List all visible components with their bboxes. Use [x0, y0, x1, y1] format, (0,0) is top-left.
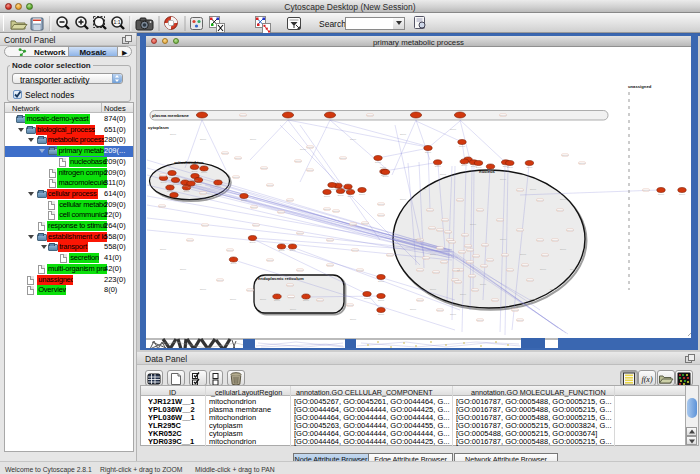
- svg-text:Gxxxx: Gxxxx: [469, 275, 476, 277]
- svg-text:Gxxxx: Gxxxx: [417, 269, 424, 271]
- svg-text:Gxxxx: Gxxxx: [352, 249, 359, 251]
- svg-text:Gxxxx: Gxxxx: [159, 205, 166, 207]
- svg-text:Gxxxx: Gxxxx: [512, 309, 519, 311]
- svg-text:Gxxxx: Gxxxx: [378, 299, 385, 301]
- svg-text:Gxxxx: Gxxxx: [500, 238, 507, 240]
- svg-text:Gxxxx: Gxxxx: [658, 193, 665, 195]
- svg-text:Gxxxx: Gxxxx: [425, 151, 432, 153]
- svg-text:Gxxxx: Gxxxx: [350, 223, 357, 225]
- svg-text:Gxxxx: Gxxxx: [450, 128, 457, 130]
- svg-text:Gxxxx: Gxxxx: [320, 313, 327, 315]
- svg-text:Gxxxx: Gxxxx: [527, 279, 534, 281]
- svg-text:Gxxxx: Gxxxx: [222, 152, 229, 154]
- svg-text:Gxxxx: Gxxxx: [530, 188, 537, 190]
- svg-text:Gxxxx: Gxxxx: [171, 198, 178, 200]
- svg-text:Gxxxx: Gxxxx: [473, 255, 480, 257]
- svg-text:endoplasmic reticulum: endoplasmic reticulum: [258, 276, 304, 281]
- svg-text:Gxxxx: Gxxxx: [453, 269, 460, 271]
- svg-text:Gxxxx: Gxxxx: [327, 264, 334, 266]
- svg-text:Gxxxx: Gxxxx: [347, 304, 354, 306]
- svg-text:Gxxxx: Gxxxx: [502, 254, 509, 256]
- svg-text:Gxxxx: Gxxxx: [465, 245, 472, 247]
- svg-text:Gxxxx: Gxxxx: [500, 114, 507, 116]
- svg-text:Gxxxx: Gxxxx: [567, 229, 574, 231]
- svg-text:Gxxxx: Gxxxx: [230, 298, 237, 300]
- svg-text:Gxxxx: Gxxxx: [442, 219, 449, 221]
- svg-text:Gxxxx: Gxxxx: [437, 229, 444, 231]
- svg-text:Gxxxx: Gxxxx: [350, 318, 357, 320]
- svg-text:Gxxxx: Gxxxx: [359, 193, 366, 195]
- svg-text:cytoplasm: cytoplasm: [148, 125, 169, 130]
- svg-text:Gxxxx: Gxxxx: [188, 186, 195, 188]
- svg-text:Gxxxx: Gxxxx: [202, 224, 209, 226]
- svg-text:Gxxxx: Gxxxx: [241, 199, 248, 201]
- svg-text:Gxxxx: Gxxxx: [251, 206, 258, 208]
- svg-text:Gxxxx: Gxxxx: [300, 148, 307, 150]
- svg-text:Gxxxx: Gxxxx: [550, 288, 557, 290]
- svg-text:Gxxxx: Gxxxx: [537, 239, 544, 241]
- svg-text:Gxxxx: Gxxxx: [217, 279, 224, 281]
- svg-text:Gxxxx: Gxxxx: [460, 293, 467, 295]
- svg-text:Gxxxx: Gxxxx: [215, 185, 222, 187]
- svg-text:Gxxxx: Gxxxx: [233, 176, 240, 178]
- svg-text:Gxxxx: Gxxxx: [287, 199, 294, 201]
- svg-text:plasma membrane: plasma membrane: [152, 113, 189, 118]
- svg-text:unassigned: unassigned: [628, 84, 652, 89]
- svg-text:Gxxxx: Gxxxx: [430, 253, 437, 255]
- svg-text:Gxxxx: Gxxxx: [445, 231, 452, 233]
- svg-text:Gxxxx: Gxxxx: [427, 209, 434, 211]
- svg-text:Gxxxx: Gxxxx: [459, 145, 466, 147]
- svg-text:Gxxxx: Gxxxx: [324, 195, 331, 197]
- svg-text:Gxxxx: Gxxxx: [560, 198, 567, 200]
- svg-text:Gxxxx: Gxxxx: [378, 313, 385, 315]
- svg-text:Gxxxx: Gxxxx: [461, 164, 468, 166]
- svg-text:Gxxxx: Gxxxx: [160, 248, 167, 250]
- svg-text:Gxxxx: Gxxxx: [324, 208, 331, 210]
- svg-text:Gxxxx: Gxxxx: [317, 299, 324, 301]
- svg-text:Gxxxx: Gxxxx: [482, 244, 489, 246]
- svg-text:Gxxxx: Gxxxx: [435, 165, 442, 167]
- svg-text:Gxxxx: Gxxxx: [537, 199, 544, 201]
- svg-text:Gxxxx: Gxxxx: [423, 257, 430, 259]
- svg-text:Gxxxx: Gxxxx: [170, 133, 177, 135]
- svg-text:Gxxxx: Gxxxx: [440, 173, 447, 175]
- svg-text:Gxxxx: Gxxxx: [437, 247, 444, 249]
- svg-text:mitochondrion: mitochondrion: [174, 160, 204, 165]
- svg-text:Gxxxx: Gxxxx: [417, 299, 424, 301]
- svg-text:Gxxxx: Gxxxx: [200, 192, 207, 194]
- svg-text:Gxxxx: Gxxxx: [338, 194, 345, 196]
- svg-text:Gxxxx: Gxxxx: [295, 160, 302, 162]
- svg-text:Gxxxx: Gxxxx: [450, 313, 457, 315]
- svg-text:Gxxxx: Gxxxx: [167, 190, 174, 192]
- svg-text:Gxxxx: Gxxxx: [240, 114, 247, 116]
- svg-text:Gxxxx: Gxxxx: [364, 297, 371, 299]
- svg-text:Gxxxx: Gxxxx: [487, 259, 494, 261]
- svg-text:Gxxxx: Gxxxx: [201, 171, 208, 173]
- svg-text:Gxxxx: Gxxxx: [472, 289, 479, 291]
- svg-text:Gxxxx: Gxxxx: [200, 288, 207, 290]
- svg-text:Gxxxx: Gxxxx: [441, 261, 448, 263]
- svg-text:1:1: 1:1: [114, 19, 121, 25]
- svg-text:Gxxxx: Gxxxx: [267, 184, 274, 186]
- svg-text:Gxxxx: Gxxxx: [400, 198, 407, 200]
- svg-text:Gxxxx: Gxxxx: [459, 251, 466, 253]
- svg-text:Gxxxx: Gxxxx: [187, 239, 194, 241]
- svg-text:Gxxxx: Gxxxx: [250, 241, 257, 243]
- svg-text:Gxxxx: Gxxxx: [457, 199, 464, 201]
- svg-text:Gxxxx: Gxxxx: [307, 169, 314, 171]
- svg-text:Gxxxx: Gxxxx: [378, 280, 385, 282]
- svg-text:Gxxxx: Gxxxx: [467, 261, 474, 263]
- svg-text:Gxxxx: Gxxxx: [476, 166, 483, 168]
- svg-text:Gxxxx: Gxxxx: [253, 224, 260, 226]
- svg-text:Gxxxx: Gxxxx: [488, 169, 495, 171]
- svg-text:Gxxxx: Gxxxx: [288, 296, 295, 298]
- svg-text:Gxxxx: Gxxxx: [380, 166, 387, 168]
- svg-text:Gxxxx: Gxxxx: [449, 241, 456, 243]
- svg-text:Gxxxx: Gxxxx: [357, 269, 364, 271]
- svg-text:Gxxxx: Gxxxx: [367, 114, 374, 116]
- svg-text:Gxxxx: Gxxxx: [200, 138, 207, 140]
- svg-text:f(x): f(x): [641, 375, 652, 384]
- svg-text:Gxxxx: Gxxxx: [387, 254, 394, 256]
- svg-text:Gxxxx: Gxxxx: [560, 248, 567, 250]
- svg-text:Gxxxx: Gxxxx: [192, 179, 199, 181]
